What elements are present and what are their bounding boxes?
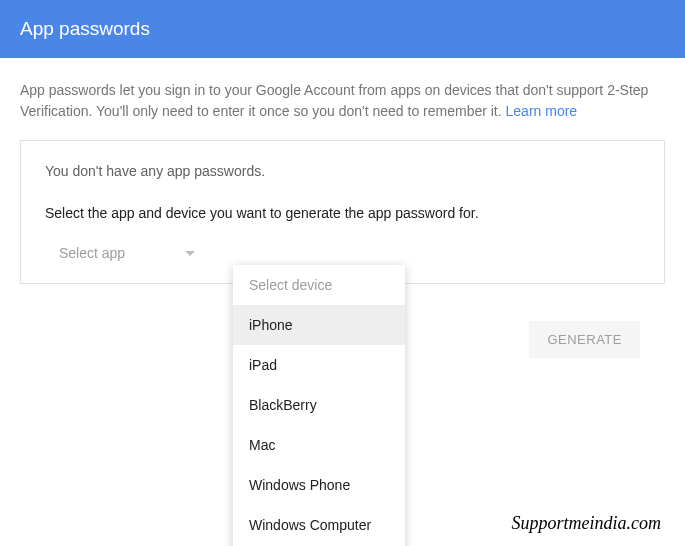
description-text: App passwords let you sign in to your Go…: [0, 58, 685, 140]
watermark-text: Supportmeindia.com: [512, 513, 661, 534]
device-option-iphone[interactable]: iPhone: [233, 305, 405, 345]
page-header: App passwords: [0, 0, 685, 58]
device-option-ipad[interactable]: iPad: [233, 345, 405, 385]
page-title: App passwords: [20, 18, 150, 39]
device-option-windows-computer[interactable]: Windows Computer: [233, 505, 405, 545]
learn-more-link[interactable]: Learn more: [506, 103, 578, 119]
select-device-dropdown-menu: Select device iPhone iPad BlackBerry Mac…: [233, 265, 405, 546]
select-app-dropdown[interactable]: Select app: [59, 245, 195, 261]
device-option-windows-phone[interactable]: Windows Phone: [233, 465, 405, 505]
select-app-label: Select app: [59, 245, 125, 261]
chevron-down-icon: [185, 251, 195, 256]
device-dropdown-placeholder: Select device: [233, 265, 405, 305]
app-passwords-card: You don't have any app passwords. Select…: [20, 140, 665, 284]
empty-state-message: You don't have any app passwords.: [45, 163, 640, 179]
selector-row: Select app: [45, 245, 640, 261]
device-option-mac[interactable]: Mac: [233, 425, 405, 465]
instruction-text: Select the app and device you want to ge…: [45, 205, 640, 221]
generate-button[interactable]: GENERATE: [529, 321, 640, 358]
device-option-blackberry[interactable]: BlackBerry: [233, 385, 405, 425]
